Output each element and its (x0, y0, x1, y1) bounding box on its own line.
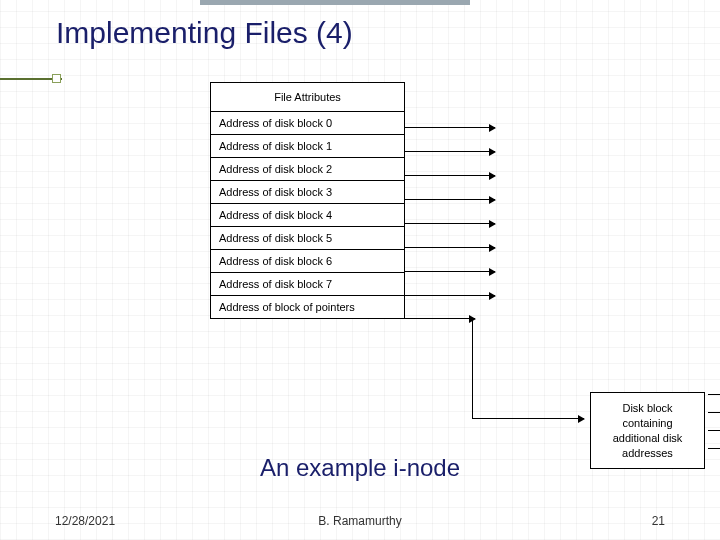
arrow-icon (708, 412, 720, 413)
inode-row: Address of block of pointers (210, 296, 405, 319)
footer-author: B. Ramamurthy (0, 514, 720, 528)
arrow-icon (405, 223, 495, 224)
inode-row: Address of disk block 5 (210, 227, 405, 250)
arrow-icon (405, 127, 495, 128)
page-title: Implementing Files (4) (56, 16, 353, 50)
title-accent-box (52, 74, 61, 83)
diagram-caption: An example i-node (0, 454, 720, 482)
arrow-icon (405, 175, 495, 176)
inode-row: Address of disk block 7 (210, 273, 405, 296)
arrow-icon (405, 247, 495, 248)
inode-row: Address of disk block 4 (210, 204, 405, 227)
inode-attributes-cell: File Attributes (210, 82, 405, 112)
inode-table: File Attributes Address of disk block 0 … (210, 82, 405, 319)
arrow-icon (405, 151, 495, 152)
arrow-icon (405, 271, 495, 272)
footer-page-number: 21 (652, 514, 665, 528)
top-accent-bar (200, 0, 470, 5)
arrow-icon (708, 430, 720, 431)
arrow-icon (708, 394, 720, 395)
arrow-icon (405, 295, 495, 296)
inode-diagram: File Attributes Address of disk block 0 … (210, 82, 540, 319)
inode-row: Address of disk block 3 (210, 181, 405, 204)
arrow-segment (405, 318, 475, 319)
inode-row: Address of disk block 6 (210, 250, 405, 273)
inode-row: Address of disk block 0 (210, 112, 405, 135)
arrow-icon (472, 418, 584, 419)
arrow-icon (708, 448, 720, 449)
arrow-icon (405, 199, 495, 200)
inode-row: Address of disk block 2 (210, 158, 405, 181)
inode-row: Address of disk block 1 (210, 135, 405, 158)
indirect-elbow (472, 318, 473, 418)
